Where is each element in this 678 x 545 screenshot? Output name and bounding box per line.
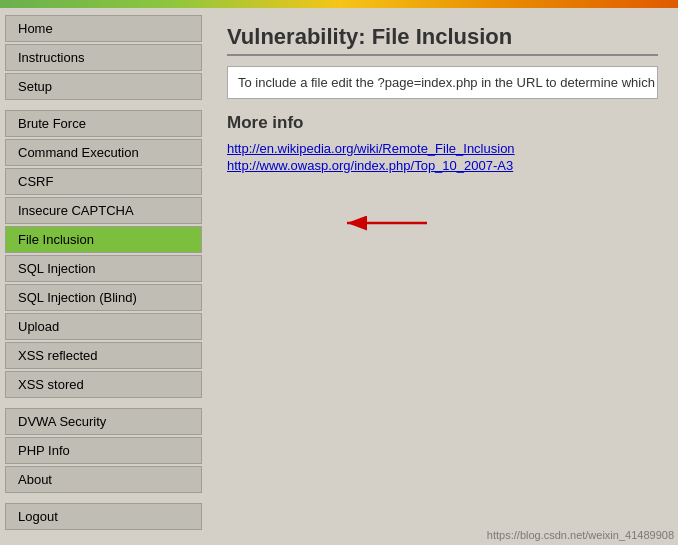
sidebar-item-insecure-captcha[interactable]: Insecure CAPTCHA [5, 197, 202, 224]
sidebar-item-xss-stored[interactable]: XSS stored [5, 371, 202, 398]
sidebar-item-xss-reflected[interactable]: XSS reflected [5, 342, 202, 369]
sidebar-item-csrf[interactable]: CSRF [5, 168, 202, 195]
sidebar-item-php-info[interactable]: PHP Info [5, 437, 202, 464]
sidebar: Home Instructions Setup Brute Force Comm… [0, 8, 207, 545]
sidebar-item-command-execution[interactable]: Command Execution [5, 139, 202, 166]
sidebar-item-logout[interactable]: Logout [5, 503, 202, 530]
sidebar-item-upload[interactable]: Upload [5, 313, 202, 340]
watermark: https://blog.csdn.net/weixin_41489908 [487, 529, 674, 541]
sidebar-gap-3 [0, 494, 207, 502]
sidebar-item-brute-force[interactable]: Brute Force [5, 110, 202, 137]
sidebar-gap-2 [0, 399, 207, 407]
sidebar-gap-1 [0, 101, 207, 109]
info-box: To include a file edit the ?page=index.p… [227, 66, 658, 99]
wiki-link[interactable]: http://en.wikipedia.org/wiki/Remote_File… [227, 141, 658, 156]
owasp-link[interactable]: http://www.owasp.org/index.php/Top_10_20… [227, 158, 658, 173]
sidebar-item-about[interactable]: About [5, 466, 202, 493]
sidebar-item-setup[interactable]: Setup [5, 73, 202, 100]
sidebar-item-file-inclusion[interactable]: File Inclusion [5, 226, 202, 253]
sidebar-item-sql-injection-blind[interactable]: SQL Injection (Blind) [5, 284, 202, 311]
more-info-title: More info [227, 113, 658, 133]
main-content: Vulnerability: File Inclusion To include… [207, 8, 678, 545]
sidebar-item-instructions[interactable]: Instructions [5, 44, 202, 71]
arrow-annotation [337, 213, 437, 246]
sidebar-item-sql-injection[interactable]: SQL Injection [5, 255, 202, 282]
page-title: Vulnerability: File Inclusion [227, 24, 658, 56]
sidebar-item-home[interactable]: Home [5, 15, 202, 42]
sidebar-item-dvwa-security[interactable]: DVWA Security [5, 408, 202, 435]
top-bar [0, 0, 678, 8]
